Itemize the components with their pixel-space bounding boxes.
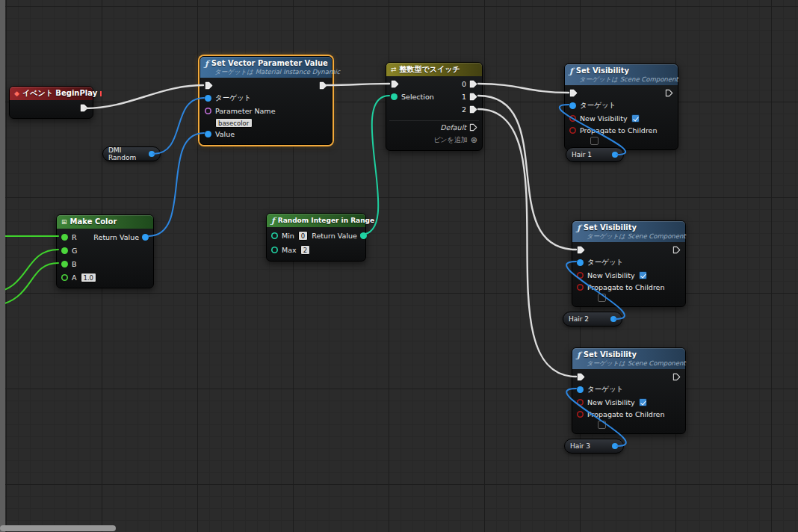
node-event-beginplay[interactable]: ◆ イベント BeginPlay <box>9 86 93 119</box>
target-pin[interactable] <box>205 95 211 102</box>
function-icon: ƒ <box>205 60 208 68</box>
case-label: 0 <box>462 80 466 88</box>
target-pin[interactable] <box>577 386 584 393</box>
variable-label: Hair 2 <box>569 315 589 323</box>
wire-exec-switch-case2-to-setvisibility3[interactable] <box>478 109 576 377</box>
new-visibility-checkbox[interactable] <box>639 271 647 279</box>
function-icon: ƒ <box>577 351 581 359</box>
node-switch-on-int[interactable]: ⇄ 整数型でスイッチ 0 Selection 1 <box>386 62 483 151</box>
target-pin[interactable] <box>569 102 576 109</box>
blueprint-graph-canvas[interactable]: ◆ イベント BeginPlay ƒ Set Vector Parameter … <box>0 0 798 532</box>
node-body: Min 0 Return Value Max 2 <box>267 227 365 261</box>
node-header: ƒ Set Visibility ターゲットは Scene Component <box>572 221 685 242</box>
variable-out-pin[interactable] <box>610 316 616 322</box>
exec-out-pin[interactable] <box>80 104 88 112</box>
variable-out-pin[interactable] <box>149 151 155 157</box>
case-label: 1 <box>462 93 466 101</box>
add-pin-label: ピンを追加 <box>433 135 468 145</box>
node-header: ƒ Set Vector Parameter Value ターゲットは Mate… <box>200 57 332 78</box>
propagate-pin[interactable] <box>577 411 584 418</box>
exec-in-pin[interactable] <box>577 246 585 254</box>
pin-label: A <box>72 273 77 282</box>
node-body: ターゲット New Visibility Propagate to Childr… <box>572 242 685 306</box>
node-body <box>10 100 93 118</box>
parameter-name-field[interactable]: basecolor <box>215 118 253 128</box>
wire-float-offscreen-to-b[interactable] <box>0 263 58 306</box>
wire-float-offscreen-to-g[interactable] <box>0 250 58 293</box>
variable-out-pin[interactable] <box>612 152 618 158</box>
case-0-exec-pin[interactable] <box>469 80 477 88</box>
node-body: 0 Selection 1 2 <box>386 76 482 150</box>
node-variable-hair-3[interactable]: Hair 3 <box>564 439 624 454</box>
propagate-checkbox[interactable] <box>598 294 606 302</box>
propagate-checkbox[interactable] <box>590 137 598 145</box>
node-variable-hair-1[interactable]: Hair 1 <box>566 147 624 162</box>
horizontal-scrollbar-thumb[interactable] <box>0 525 116 531</box>
node-set-vector-parameter-value[interactable]: ƒ Set Vector Parameter Value ターゲットは Mate… <box>200 56 332 145</box>
pin-label: New Visibility <box>587 271 635 279</box>
exec-out-pin[interactable] <box>672 373 681 381</box>
exec-in-pin[interactable] <box>577 373 585 381</box>
exec-in-pin[interactable] <box>391 80 399 88</box>
node-variable-dmi-random[interactable]: DMI Random <box>102 146 161 161</box>
add-pin-button[interactable]: ピンを追加 ⊕ <box>433 135 477 145</box>
case-1-exec-pin[interactable] <box>469 93 477 101</box>
node-set-visibility-1[interactable]: ƒ Set Visibility ターゲットは Scene Component … <box>564 64 678 150</box>
max-value-field[interactable]: 2 <box>300 245 310 255</box>
event-badge-icon <box>100 91 102 96</box>
node-title: イベント BeginPlay <box>22 89 97 98</box>
b-pin[interactable] <box>61 261 68 267</box>
min-value-field[interactable]: 0 <box>298 231 308 241</box>
return-value-pin[interactable] <box>360 232 367 239</box>
r-pin[interactable] <box>61 234 68 241</box>
propagate-checkbox[interactable] <box>598 421 606 429</box>
exec-in-pin[interactable] <box>205 81 213 90</box>
new-visibility-checkbox[interactable] <box>639 398 647 406</box>
propagate-pin[interactable] <box>569 127 576 134</box>
pin-label: Selection <box>401 93 434 101</box>
node-title: 整数型でスイッチ <box>400 65 460 74</box>
a-pin[interactable] <box>61 274 68 281</box>
new-visibility-pin[interactable] <box>577 399 584 406</box>
propagate-pin[interactable] <box>577 284 584 291</box>
default-exec-pin[interactable] <box>469 123 477 132</box>
return-value-pin[interactable] <box>142 234 149 241</box>
node-set-visibility-3[interactable]: ƒ Set Visibility ターゲットは Scene Component … <box>572 347 686 434</box>
wire-exec-switch-case1-to-setvisibility2[interactable] <box>478 96 576 250</box>
max-pin[interactable] <box>271 247 278 253</box>
case-2-exec-pin[interactable] <box>469 105 477 114</box>
function-icon: ƒ <box>569 67 573 75</box>
node-make-color[interactable]: ⊞ Make Color R Return Value G <box>56 214 154 288</box>
selection-pin[interactable] <box>391 93 398 100</box>
exec-out-pin[interactable] <box>319 81 327 90</box>
wire-object-dmirandom-to-target[interactable] <box>153 98 204 154</box>
exec-out-pin[interactable] <box>665 89 673 97</box>
new-visibility-pin[interactable] <box>577 272 584 279</box>
wire-exec-setvectorparam-to-switch[interactable] <box>327 84 389 85</box>
node-subtitle: ターゲットは Material Instance Dynamic <box>214 68 327 75</box>
variable-out-pin[interactable] <box>612 443 618 449</box>
variable-label: DMI Random <box>108 146 145 161</box>
a-value-field[interactable]: 1.0 <box>81 273 97 282</box>
exec-out-pin[interactable] <box>672 246 681 254</box>
min-pin[interactable] <box>271 232 278 239</box>
new-visibility-pin[interactable] <box>569 115 576 122</box>
node-header: ◆ イベント BeginPlay <box>10 87 93 100</box>
node-body: ターゲット New Visibility Propagate to Childr… <box>565 85 678 149</box>
parameter-name-pin[interactable] <box>205 108 211 114</box>
g-pin[interactable] <box>61 247 68 254</box>
node-set-visibility-2[interactable]: ƒ Set Visibility ターゲットは Scene Component … <box>572 220 686 307</box>
value-pin[interactable] <box>205 131 211 137</box>
wire-exec-beginplay-to-setvectorparam[interactable] <box>85 85 203 108</box>
target-pin[interactable] <box>577 259 584 266</box>
exec-in-pin[interactable] <box>569 89 578 97</box>
pin-label: B <box>72 260 77 268</box>
new-visibility-checkbox[interactable] <box>631 114 640 123</box>
wire-exec-switch-case0-to-setvisibility1[interactable] <box>478 84 569 93</box>
pin-label: Min <box>282 232 294 240</box>
node-random-integer-in-range[interactable]: ƒ Random Integer in Range Min 0 Return V… <box>266 213 366 262</box>
pin-label: R <box>72 233 77 241</box>
switch-icon: ⇄ <box>391 66 397 73</box>
node-variable-hair-2[interactable]: Hair 2 <box>563 312 622 327</box>
node-title: Set Vector Parameter Value <box>211 59 328 68</box>
